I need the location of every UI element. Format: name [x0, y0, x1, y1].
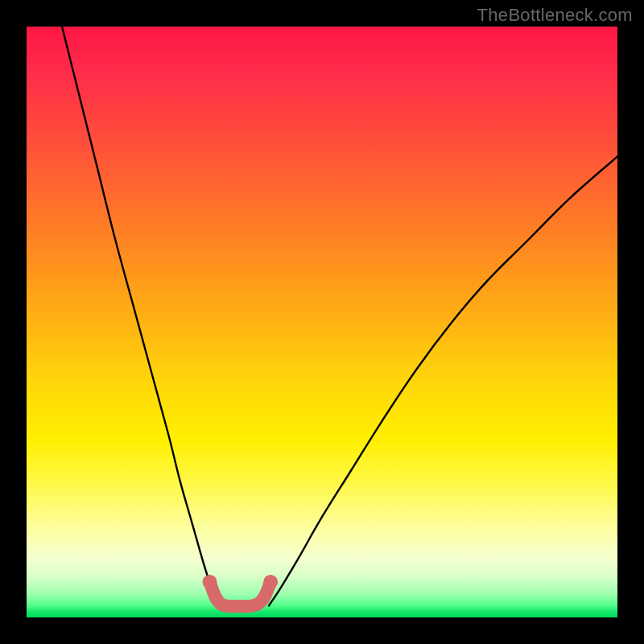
- watermark-text: TheBottleneck.com: [477, 5, 633, 26]
- curve-lines-layer: [62, 27, 617, 605]
- valley-marker-dot: [263, 575, 278, 589]
- valley-marker-dot: [258, 591, 270, 604]
- chart-svg: [27, 27, 617, 617]
- left-branch-curve: [62, 27, 221, 605]
- outer-frame: TheBottleneck.com: [0, 0, 644, 644]
- valley-markers-layer: [203, 575, 279, 613]
- valley-marker-dot: [203, 575, 217, 589]
- right-branch-curve: [269, 156, 617, 605]
- plot-area: [27, 27, 617, 617]
